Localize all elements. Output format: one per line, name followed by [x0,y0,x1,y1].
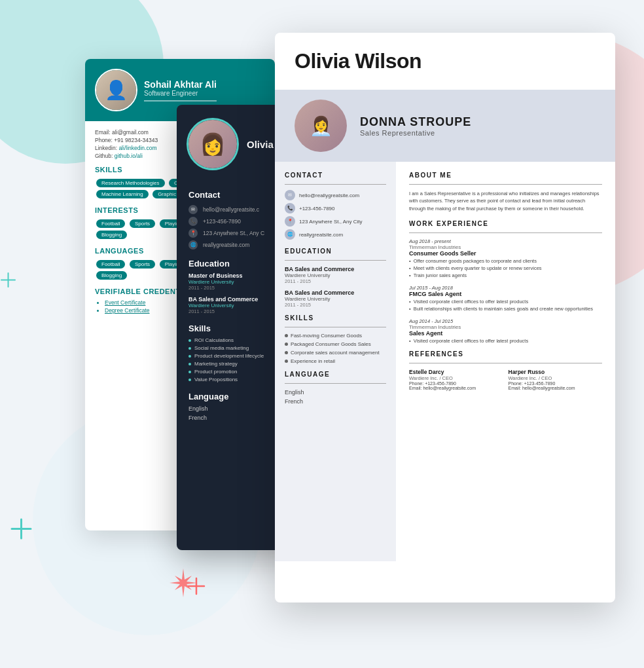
interest-tag-0: Football [96,219,125,228]
card3-right-col: About Me I am a Sales Representative is … [396,162,615,561]
card3-name-role: DONNA STROUPE Sales Representative [360,115,471,137]
work-item-0: Aug 2018 - present Timmerman Industries … [409,238,602,278]
email-icon: ✉ [188,205,198,214]
phone-icon: 📞 [188,217,198,226]
r3-about-divider [409,184,602,185]
r3-edu-divider [285,260,386,261]
r3-skills-divider [285,327,386,327]
card2-avatar: 👩 [187,118,239,170]
ref-0: Estelle Darcy Wardiere Inc. / CEO Phone:… [409,369,503,390]
ref1-phone: Phone: +123-456-7890 [509,381,603,386]
ref0-role: Wardiere Inc. / CEO [409,375,503,381]
plus-icon-3 [0,272,16,288]
work1-bullet-1: •Built relationships with clients to mai… [409,306,602,312]
r3-edu-title: EDUCATION [285,248,386,255]
r3-phone: 📞 +123-456-7890 [285,203,386,213]
card3-sub-avatar: 👩‍💼 [295,100,347,152]
ref1-role: Wardiere Inc. / CEO [509,375,603,381]
work2-role: Sales Agent [409,330,602,337]
r3-skill-0: Fast-moving Consumer Goods [285,333,386,339]
card1-name: Sohail Akhtar Ali [144,79,217,90]
web-icon: 🌐 [188,240,198,250]
card3-big-name-section: Olivia Wilson [295,49,421,73]
r3-about-title: About Me [409,172,602,179]
lang-tag-0: Football [96,260,125,269]
card3-main-content: Contact ✉ hello@reallygreatsite.com 📞 +1… [275,162,615,561]
r3-contact-title: Contact [285,172,386,179]
r3-work-title: WORK EXPERIENCE [409,220,602,227]
card3-left-col: Contact ✉ hello@reallygreatsite.com 📞 +1… [275,162,396,561]
skill-tag-3: Machine Learning [96,190,149,198]
work-item-2: Aug 2014 - Jul 2015 Timmerman Industries… [409,318,602,344]
work2-period: Aug 2014 - Jul 2015 [409,318,602,324]
r3-email-icon: ✉ [285,190,295,200]
r3-website: 🌐 reallygreatsite.com [285,229,386,240]
work0-bullet-2: •Train junior sales agents [409,272,602,278]
r3-ref-grid: Estelle Darcy Wardiere Inc. / CEO Phone:… [409,369,602,390]
ref1-name: Harper Russo [509,369,603,375]
r3-phone-icon: 📞 [285,203,295,213]
work0-bullet-0: •Offer consumer goods packages to corpor… [409,258,602,264]
work1-role: FMCG Sales Agent [409,291,602,297]
card1-header-divider [144,100,217,102]
plus-icon-2 [187,576,206,596]
card1-header-text: Sohail Akhtar Ali Software Engineer [144,79,217,102]
r3-edu1-degree: BA Sales and Commerce [285,289,386,296]
ref0-email: Email: hello@reallygreatsite.com [409,386,503,390]
ref0-name: Estelle Darcy [409,369,503,375]
r3-about-text: I am a Sales Representative is a profess… [409,190,602,212]
r3-edu1-school: Wardiere University [285,296,386,302]
resume-card-donna: Olivia Wilson 👩‍💼 DONNA STROUPE Sales Re… [275,33,615,603]
card1-role: Software Engineer [144,90,217,97]
avatar-donna: 👩‍💼 [295,100,347,152]
card3-donna-role: Sales Representative [360,129,471,137]
r3-address: 📍 123 Anywhere St., Any City [285,216,386,227]
card1-avatar: 👤 [95,69,137,111]
r3-contact-divider [285,184,386,185]
card3-top-header: Olivia Wilson [275,33,615,90]
lang-tag-1: Sports [130,260,155,269]
work1-period: Jul 2015 - Aug 2018 [409,285,602,291]
ref1-email: Email: hello@reallygreatsite.com [509,386,603,390]
card3-big-name: Olivia Wilson [295,49,421,73]
r3-skill-2: Corporate sales account management [285,350,386,356]
r3-ref-title: REFERENCES [409,350,602,358]
work0-company: Timmerman Industries [409,244,602,250]
location-icon: 📍 [188,229,198,238]
interest-tag-3: Blogging [96,231,127,239]
work1-bullet-0: •Visited corporate client offices to off… [409,299,602,305]
r3-email: ✉ hello@reallygreatsite.com [285,190,386,200]
work0-period: Aug 2018 - present [409,238,602,244]
interest-tag-1: Sports [130,219,155,228]
r3-work-divider [409,232,602,233]
plus-icon-1 [10,517,33,540]
r3-location-icon: 📍 [285,216,295,227]
skill-tag-0: Research Methodologies [96,179,165,187]
card3-donna-name: DONNA STROUPE [360,115,471,129]
r3-lang-title: LANGUAGE [285,371,386,378]
r3-web-icon: 🌐 [285,229,295,240]
r3-lang-divider [285,383,386,384]
work2-company: Timmerman Industries [409,324,602,330]
lang-tag-3: Blogging [96,271,127,280]
r3-edu0-year: 2011 - 2015 [285,278,386,284]
r3-ref-divider [409,363,602,363]
work2-bullet-0: •Visited corporate client offices to off… [409,338,602,344]
r3-edu0-school: Wardiere University [285,272,386,278]
work0-bullet-1: •Meet with clients every quarter to upda… [409,265,602,271]
r3-lang-0: English [285,389,386,396]
ref0-phone: Phone: +123-456-7890 [409,381,503,386]
r3-edu1-year: 2011 - 2015 [285,302,386,308]
avatar-image-sohail: 👤 [96,70,136,110]
work-item-1: Jul 2015 - Aug 2018 FMCG Sales Agent •Vi… [409,285,602,312]
r3-lang-1: French [285,398,386,405]
ref-1: Harper Russo Wardiere Inc. / CEO Phone: … [509,369,603,390]
card3-sub-header: 👩‍💼 DONNA STROUPE Sales Representative [275,90,615,162]
r3-edu-0: BA Sales and Commerce Wardiere Universit… [285,266,386,284]
r3-edu0-degree: BA Sales and Commerce [285,266,386,272]
r3-skill-3: Experience in retail [285,358,386,364]
avatar-image-olivia: 👩 [188,120,237,168]
r3-skill-1: Packaged Consumer Goods Sales [285,341,386,347]
r3-skills-title: SKILLS [285,314,386,322]
r3-edu-1: BA Sales and Commerce Wardiere Universit… [285,289,386,308]
